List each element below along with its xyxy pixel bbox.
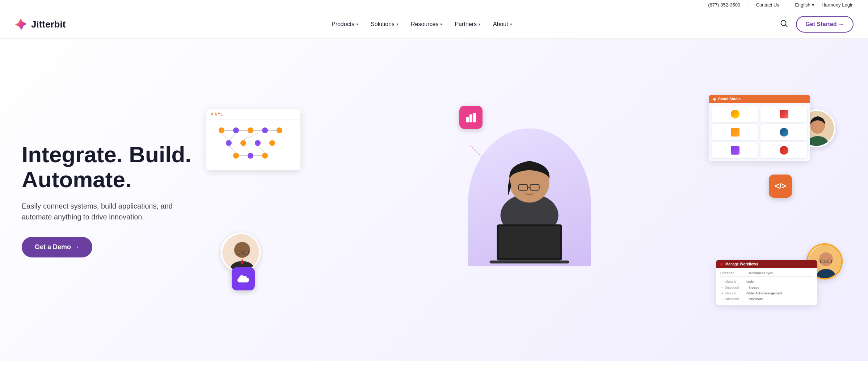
hero-illustration: </> VINYL — [203, 91, 846, 309]
avatar-man-left — [221, 232, 261, 272]
man-left-svg — [222, 234, 261, 272]
demo-button[interactable]: Get a Demo → — [22, 237, 92, 257]
studio-icon-orange-sq — [731, 128, 740, 137]
manage-card-label: Manage Workflows — [725, 262, 758, 266]
manage-row1-dir: → Inbound — [720, 280, 736, 284]
workflow-card-title: VINYL — [206, 109, 300, 119]
workflow-card: VINYL — [206, 109, 300, 170]
hero-section: Integrate. Build. Automate. Easily conne… — [0, 39, 868, 361]
svg-line-52 — [243, 146, 250, 153]
manage-row4-doc: Shipment — [749, 297, 763, 301]
svg-point-11 — [234, 242, 250, 258]
logo[interactable]: Jitterbit — [14, 18, 66, 31]
nav-item-solutions[interactable]: Solutions ▾ — [366, 18, 404, 30]
manage-col-doctype: Document Type — [749, 271, 773, 275]
studio-card-header: Cloud Studio — [709, 95, 810, 103]
nav-partners-label: Partners — [455, 21, 476, 28]
search-icon — [780, 20, 788, 28]
chevron-partners-icon: ▾ — [479, 22, 481, 27]
hero-subtitle: Easily connect systems, build applicatio… — [22, 201, 174, 222]
svg-point-47 — [248, 153, 253, 159]
nav-item-products[interactable]: Products ▾ — [326, 18, 363, 30]
svg-line-42 — [222, 133, 229, 140]
harmony-login-link[interactable]: Harmony Login — [822, 2, 854, 8]
main-header: Jitterbit Products ▾ Solutions ▾ Resourc… — [0, 10, 868, 39]
nav-resources-label: Resources — [411, 21, 438, 28]
language-selector[interactable]: English ▾ — [795, 2, 814, 8]
manage-card-body: Direction Document Type → Inbound Order … — [716, 268, 817, 305]
svg-point-29 — [219, 127, 224, 133]
chevron-resources-icon: ▾ — [440, 22, 442, 27]
svg-rect-27 — [469, 114, 472, 122]
nav-right: Get Started → — [778, 16, 854, 33]
nav-products-label: Products — [332, 21, 354, 28]
manage-table-header: Direction Document Type — [720, 271, 813, 277]
chevron-products-icon: ▾ — [356, 22, 358, 27]
chart-badge — [459, 106, 483, 129]
svg-rect-8 — [499, 226, 560, 258]
search-button[interactable] — [778, 17, 790, 32]
chevron-about-icon: ▾ — [510, 22, 512, 27]
nav-item-resources[interactable]: Resources ▾ — [406, 18, 447, 30]
chevron-solutions-icon: ▾ — [396, 22, 399, 27]
central-woman-svg — [475, 135, 584, 266]
contact-us-link[interactable]: Contact Us — [756, 2, 779, 8]
cloud-badge — [232, 267, 255, 290]
nav-item-about[interactable]: About ▾ — [488, 18, 517, 30]
nav-item-partners[interactable]: Partners ▾ — [450, 18, 485, 30]
hero-title-line1: Integrate. Build. — [22, 142, 191, 167]
studio-item-2 — [760, 106, 807, 122]
studio-item-5 — [712, 142, 758, 158]
svg-line-51 — [229, 146, 236, 153]
central-person-area — [468, 128, 591, 266]
manage-row-2: ← Outbound Invoice — [720, 285, 813, 290]
studio-icon-orange-circle — [731, 110, 740, 118]
studio-item-3 — [712, 124, 758, 140]
manage-row2-doc: Invoice — [749, 286, 759, 289]
svg-point-46 — [233, 153, 239, 159]
hero-title-line2: Automate. — [22, 167, 131, 192]
studio-card-body — [709, 103, 810, 161]
svg-line-53 — [258, 146, 265, 153]
manage-col-direction: Direction — [720, 271, 734, 275]
logo-text: Jitterbit — [31, 19, 66, 30]
svg-point-39 — [240, 140, 246, 146]
studio-dot-icon — [713, 98, 716, 101]
top-bar: (877) 852-3500 | Contact Us | English ▾ … — [0, 0, 868, 10]
svg-line-1 — [785, 25, 788, 27]
svg-line-45 — [243, 133, 258, 140]
studio-icon-red-circle — [780, 146, 788, 155]
svg-point-31 — [248, 127, 253, 133]
svg-line-44 — [243, 133, 250, 140]
svg-point-41 — [269, 140, 275, 146]
svg-point-33 — [277, 127, 282, 133]
studio-item-6 — [760, 142, 807, 158]
get-started-button[interactable]: Get Started → — [796, 16, 854, 33]
manage-row3-doc: Order Acknowledgement — [746, 291, 782, 295]
manage-row-3: → Inbound Order Acknowledgement — [720, 290, 813, 296]
svg-rect-26 — [466, 117, 469, 122]
manage-row3-dir: → Inbound — [720, 291, 736, 295]
code-badge: </> — [769, 175, 792, 198]
workflow-nodes-svg — [211, 123, 296, 170]
nav-about-label: About — [493, 21, 508, 28]
hero-title: Integrate. Build. Automate. — [22, 142, 203, 192]
language-label: English — [795, 2, 810, 8]
cloud-icon — [237, 274, 250, 284]
svg-line-43 — [229, 133, 236, 140]
phone-number: (877) 852-3500 — [708, 2, 740, 8]
svg-rect-28 — [473, 113, 476, 122]
chevron-down-icon: ▾ — [812, 2, 814, 8]
jitterbit-logo-icon — [14, 18, 28, 31]
divider-1: | — [747, 2, 749, 8]
manage-row2-dir: ← Outbound — [720, 286, 739, 289]
studio-icon-purple-sq — [731, 146, 740, 155]
code-tag-icon: </> — [775, 181, 786, 191]
svg-point-40 — [255, 140, 261, 146]
svg-point-21 — [819, 252, 833, 266]
studio-item-1 — [712, 106, 758, 122]
studio-item-4 — [760, 124, 807, 140]
main-nav: Products ▾ Solutions ▾ Resources ▾ Partn… — [326, 18, 517, 30]
manage-dot-icon — [720, 263, 723, 266]
studio-card: Cloud Studio — [709, 95, 810, 161]
